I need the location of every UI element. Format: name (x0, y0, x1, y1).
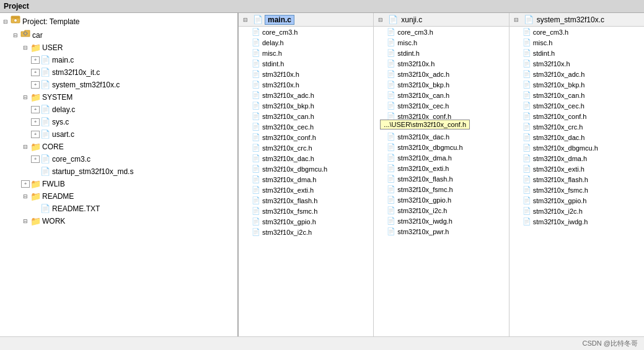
system-stm32-expand-icon[interactable]: + (31, 81, 40, 89)
user-expand-icon[interactable]: ⊟ (21, 42, 30, 53)
list-item: 📄stdint.h (374, 48, 508, 58)
pane2-file-icon: 📄 (387, 15, 399, 24)
system-expand-icon[interactable]: ⊟ (21, 92, 30, 103)
list-item: 📄core_cm3.h (239, 27, 373, 37)
tree-work[interactable]: ⊟ 📁 WORK (0, 215, 237, 227)
tree-startup[interactable]: 📄 startup_stm32f10x_md.s (0, 165, 237, 178)
fwlib-expand-icon[interactable]: + (21, 180, 30, 188)
list-item: 📄stm32f10x_bkp.h (239, 100, 373, 111)
list-item: 📄stm32f10x_fsmc.h (374, 184, 508, 195)
tree-sys-c[interactable]: + 📄 sys.c (0, 116, 237, 128)
file-name: core_cm3.h (261, 28, 298, 36)
file-name: stm32f10x_fsmc.h (396, 186, 452, 193)
pane1-expand-icon[interactable]: ⊟ (241, 17, 250, 23)
file-icon: 📄 (386, 133, 396, 141)
file-icon: 📄 (386, 196, 396, 204)
stm32-it-icon: 📄 (40, 67, 51, 78)
file-name: stm32f10x_can.h (532, 92, 585, 99)
list-item: 📄delay.h (239, 37, 373, 48)
root-expand-icon[interactable]: ⊟ (1, 16, 10, 27)
file-icon: 📄 (522, 217, 532, 225)
system-folder-icon: 📁 (30, 92, 41, 103)
tree-system-stm32[interactable]: + 📄 system_stm32f10x.c (0, 79, 237, 91)
delay-expand-icon[interactable]: + (31, 106, 40, 113)
file-icon: 📄 (251, 133, 261, 141)
list-item: 📄stm32f10x_gpio.h (374, 195, 508, 205)
list-item: 📄stm32f10x_flash.h (239, 195, 373, 206)
file-name: stm32f10x_dma.h (261, 176, 316, 183)
file-name: stm32f10x_fsmc.h (532, 186, 588, 194)
tree-usart-c[interactable]: + 📄 usart.c (0, 128, 237, 141)
tree-car[interactable]: ⊟ car (0, 28, 237, 42)
sys-expand-icon[interactable]: + (31, 118, 40, 126)
pane1-file-list: 📄core_cm3.h 📄delay.h 📄misc.h 📄stdint.h 📄… (239, 27, 373, 336)
file-icon: 📄 (251, 207, 261, 215)
tree-root[interactable]: ⊟ Project: Template (0, 14, 237, 28)
file-icon: 📄 (386, 217, 396, 225)
core-expand-icon[interactable]: ⊟ (21, 141, 30, 152)
file-icon: 📄 (522, 207, 532, 215)
tree-delay-c[interactable]: + 📄 delay.c (0, 103, 237, 116)
tree-main-c[interactable]: + 📄 main.c (0, 54, 237, 66)
sys-c-label: sys.c (51, 116, 69, 128)
stm32-it-expand-icon[interactable]: + (31, 69, 40, 76)
tree-fwlib[interactable]: + 📁 FWLIB (0, 178, 237, 190)
startup-label: startup_stm32f10x_md.s (51, 166, 133, 177)
file-name: stm32f10x_bkp.h (532, 81, 585, 89)
list-item: 📄stm32f10x_exti.h (509, 164, 644, 174)
list-item: 📄stm32f10x_can.h (509, 90, 644, 100)
readme-txt-label: README.TXT (51, 203, 100, 214)
usart-c-label: usart.c (51, 129, 74, 140)
file-name: stm32f10x_fsmc.h (261, 208, 317, 215)
list-item: 📄stm32f10x_dac.h (239, 153, 373, 164)
list-item: 📄stm32f10x_can.h (374, 90, 508, 100)
usart-file-icon: 📄 (40, 129, 51, 140)
file-icon: 📄 (251, 196, 261, 204)
list-item: 📄stm32f10x.h (374, 58, 508, 69)
delay-file-icon: 📄 (40, 104, 51, 115)
list-item: 📄misc.h (239, 48, 373, 58)
file-pane-system: ⊟ 📄 system_stm32f10x.c 📄core_cm3.h 📄misc… (509, 13, 644, 336)
list-item: 📄stm32f10x_cec.h (239, 121, 373, 132)
tree-system[interactable]: ⊟ 📁 SYSTEM (0, 91, 237, 103)
svg-rect-1 (11, 16, 20, 19)
tree-stm32-it[interactable]: + 📄 stm32f10x_it.c (0, 66, 237, 79)
file-name: stm32f10x_bkp.h (261, 102, 314, 110)
car-folder-icon (20, 29, 31, 41)
file-icon: 📄 (522, 81, 532, 89)
file-icon: 📄 (251, 49, 261, 57)
pane-system-header: ⊟ 📄 system_stm32f10x.c (509, 13, 644, 27)
file-icon: 📄 (522, 102, 532, 110)
file-icon: 📄 (386, 59, 396, 68)
work-expand-icon[interactable]: ⊟ (21, 216, 30, 227)
file-icon: 📄 (522, 38, 532, 46)
list-item: 📄stm32f10x_pwr.h (374, 226, 508, 237)
svg-point-2 (14, 19, 17, 22)
list-item: 📄stm32f10x_cec.h (509, 100, 644, 111)
file-name: stm32f10x_i2c.h (261, 229, 312, 236)
main-c-expand-icon[interactable]: + (31, 56, 40, 64)
list-item: 📄stm32f10x_iwdg.h (374, 216, 508, 226)
usart-expand-icon[interactable]: + (31, 131, 40, 138)
file-pane-main: ⊟ 📄 main.c 📄core_cm3.h 📄delay.h 📄misc.h … (239, 13, 374, 336)
pane3-expand-icon[interactable]: ⊟ (512, 17, 521, 23)
file-icon: 📄 (251, 81, 261, 89)
tree-core[interactable]: ⊟ 📁 CORE (0, 141, 237, 153)
file-icon: 📄 (251, 123, 261, 131)
list-item: 📄stm32f10x_exti.h (374, 163, 508, 173)
file-name: stm32f10x_can.h (261, 113, 314, 120)
core-cm3-expand-icon[interactable]: + (31, 155, 40, 163)
system-label: SYSTEM (41, 92, 73, 103)
list-item: 📄stm32f10x.h (239, 69, 373, 79)
pane2-expand-icon[interactable]: ⊟ (376, 17, 385, 23)
tree-user[interactable]: ⊟ 📁 USER (0, 42, 237, 54)
tree-readme[interactable]: ⊟ 📁 README (0, 190, 237, 203)
readme-expand-icon[interactable]: ⊟ (21, 191, 30, 202)
file-icon: 📄 (251, 186, 261, 194)
car-expand-icon[interactable]: ⊟ (11, 30, 20, 41)
tree-core-cm3[interactable]: + 📄 core_cm3.c (0, 153, 237, 165)
file-name: stm32f10x_crc.h (261, 144, 312, 152)
file-icon: 📄 (386, 154, 396, 162)
tree-readme-txt[interactable]: 📄 README.TXT (0, 203, 237, 215)
file-name: stm32f10x_cec.h (261, 123, 314, 131)
